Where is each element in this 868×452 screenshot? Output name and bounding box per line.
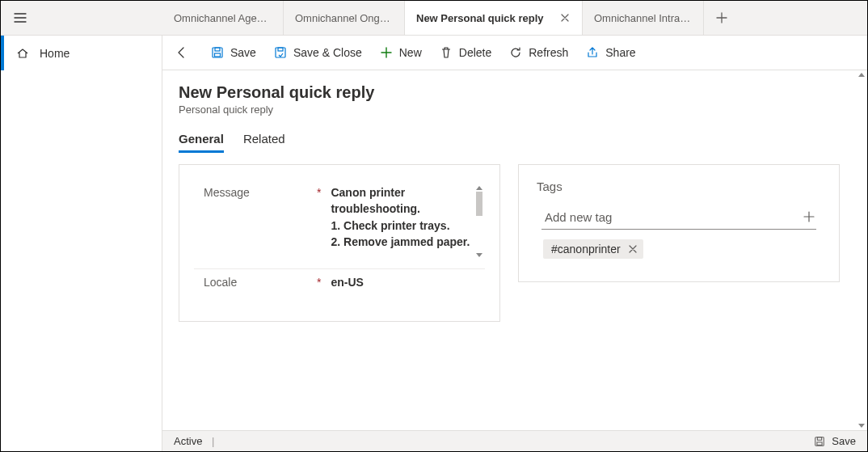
delete-label: Delete (459, 46, 491, 59)
tab-label: Omnichannel Intra… (594, 12, 692, 24)
new-tab-button[interactable] (704, 1, 739, 35)
status-separator: | (212, 435, 214, 447)
share-icon (586, 46, 599, 59)
left-nav: Home (1, 36, 162, 451)
nav-home[interactable]: Home (1, 36, 162, 70)
remove-tag-icon[interactable] (629, 245, 637, 253)
general-card: Message * Canon printer troubleshooting.… (179, 164, 500, 322)
message-label: Message (204, 184, 317, 199)
svg-rect-7 (817, 441, 822, 445)
tag-chip-label: #canonprinter (551, 243, 621, 256)
tab-label: Omnichannel Ong… (295, 12, 393, 24)
refresh-label: Refresh (529, 46, 568, 59)
required-indicator: * (317, 274, 321, 289)
message-scrollbar[interactable] (474, 184, 485, 259)
svg-rect-6 (818, 437, 822, 440)
save-close-label: Save & Close (293, 46, 362, 59)
share-button[interactable]: Share (578, 40, 643, 65)
statusbar-save-label: Save (832, 435, 856, 447)
statusbar-save-button[interactable]: Save (814, 435, 856, 447)
plus-icon (380, 46, 393, 59)
trash-icon (440, 46, 453, 59)
scroll-down-icon[interactable] (858, 424, 865, 428)
scroll-up-icon[interactable] (476, 186, 482, 190)
locale-label: Locale (204, 274, 317, 289)
close-icon[interactable] (559, 12, 571, 23)
add-tag-input[interactable] (545, 210, 802, 224)
delete-button[interactable]: Delete (432, 40, 499, 65)
page-scrollbar[interactable] (856, 70, 867, 430)
share-label: Share (605, 46, 635, 59)
locale-value: en-US (331, 276, 363, 289)
svg-rect-1 (215, 48, 220, 51)
tab-omnichannel-intraday[interactable]: Omnichannel Intra… (583, 1, 704, 35)
new-button[interactable]: New (372, 40, 430, 65)
status-bar: Active | Save (162, 430, 867, 451)
form-tab-general[interactable]: General (179, 132, 224, 153)
back-button[interactable] (169, 40, 195, 65)
form-tab-related[interactable]: Related (243, 132, 285, 153)
refresh-button[interactable]: Refresh (501, 40, 576, 65)
save-icon (814, 436, 825, 447)
tags-title: Tags (537, 180, 824, 193)
save-button[interactable]: Save (203, 40, 264, 65)
message-field[interactable]: Canon printer troubleshooting. 1. Check … (331, 184, 485, 259)
nav-home-label: Home (40, 47, 70, 60)
locale-field[interactable]: en-US (331, 274, 485, 289)
status-active: Active (174, 435, 202, 447)
tab-omnichannel-agent[interactable]: Omnichannel Age… (162, 1, 284, 35)
svg-rect-0 (213, 48, 222, 57)
save-label: Save (230, 46, 256, 59)
page-title: New Personal quick reply (179, 83, 851, 102)
tab-omnichannel-ongoing[interactable]: Omnichannel Ong… (284, 1, 405, 35)
refresh-icon (509, 46, 522, 59)
tab-label: Omnichannel Age… (174, 12, 272, 24)
save-icon (211, 46, 224, 59)
svg-rect-4 (278, 48, 283, 51)
tag-chip[interactable]: #canonprinter (543, 239, 643, 259)
new-label: New (399, 46, 422, 59)
save-close-button[interactable]: Save & Close (266, 40, 370, 65)
scroll-thumb[interactable] (476, 192, 482, 216)
tab-new-personal-quick-reply[interactable]: New Personal quick reply (405, 1, 583, 35)
command-bar: Save Save & Close New Delete Refresh (162, 36, 867, 70)
save-close-icon (274, 46, 287, 59)
tags-card: Tags #canonprinter (518, 164, 840, 282)
tab-spacer (40, 1, 162, 35)
page-subtitle: Personal quick reply (179, 103, 851, 116)
message-value: Canon printer troubleshooting. 1. Check … (331, 186, 470, 248)
svg-rect-5 (815, 437, 824, 446)
scroll-down-icon[interactable] (476, 253, 482, 257)
required-indicator: * (317, 184, 321, 199)
home-icon (15, 46, 30, 61)
hamburger-menu[interactable] (1, 1, 40, 35)
svg-rect-2 (215, 53, 221, 57)
scroll-up-icon[interactable] (858, 73, 865, 77)
tab-label: New Personal quick reply (416, 12, 551, 24)
add-tag-button[interactable] (802, 209, 816, 224)
